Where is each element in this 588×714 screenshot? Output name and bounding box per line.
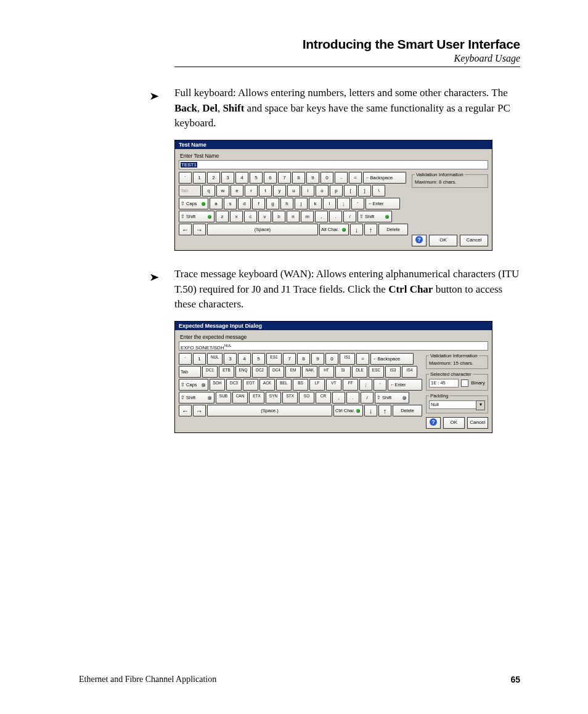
caps-key[interactable]: ⇧ Caps	[179, 198, 208, 209]
shift-key[interactable]: ⇧ Shift	[179, 211, 214, 222]
key[interactable]: DC4	[269, 366, 284, 378]
key[interactable]: k	[309, 198, 322, 209]
space-key[interactable]: (Space)	[207, 224, 318, 235]
key[interactable]: x	[230, 211, 243, 222]
key[interactable]: 0	[321, 172, 333, 184]
key[interactable]: SO	[299, 392, 314, 404]
key[interactable]: q	[202, 185, 215, 197]
key[interactable]: 5	[250, 172, 263, 184]
key[interactable]: BEL	[276, 379, 292, 391]
key[interactable]: l	[323, 198, 336, 209]
shift-key-right[interactable]: ⇧ Shift	[375, 392, 409, 404]
key[interactable]: '	[374, 379, 386, 391]
key[interactable]: DC1	[202, 366, 218, 378]
key[interactable]: ;	[359, 379, 372, 391]
key[interactable]: SYN	[266, 392, 281, 404]
shift-key[interactable]: ⇧ Shift	[179, 392, 214, 404]
key[interactable]: 9	[311, 353, 324, 365]
key[interactable]: j	[295, 198, 308, 209]
delete-key[interactable]: Delete	[393, 405, 422, 416]
key[interactable]: NAK	[302, 366, 317, 378]
key[interactable]: =	[356, 353, 369, 365]
key[interactable]: t	[259, 185, 272, 197]
key[interactable]: y	[273, 185, 286, 197]
key[interactable]: /	[361, 392, 374, 404]
backspace-key[interactable]: ←Backspace	[370, 353, 414, 365]
key[interactable]: b	[272, 211, 285, 222]
test-name-input[interactable]: TEST1	[179, 160, 488, 169]
key[interactable]: ETB	[219, 366, 234, 378]
key[interactable]: 0	[325, 353, 338, 365]
key[interactable]: i	[301, 185, 314, 197]
tab-key[interactable]: Tab	[179, 185, 201, 197]
key[interactable]: ,	[315, 211, 328, 222]
key[interactable]: DLE	[352, 366, 367, 378]
key[interactable]: s	[224, 198, 237, 209]
key[interactable]: ,	[332, 392, 345, 404]
key[interactable]: ;	[337, 198, 350, 209]
enter-key[interactable]: ←Enter	[365, 198, 400, 209]
key[interactable]: CAN	[232, 392, 248, 404]
key[interactable]: EM	[285, 366, 301, 378]
arrow-right-key[interactable]: →	[193, 224, 206, 235]
arrow-right-key[interactable]: →	[193, 405, 206, 416]
key[interactable]: '	[351, 198, 364, 209]
padding-combobox[interactable]: Null ▾	[429, 400, 485, 410]
key[interactable]: 5	[252, 353, 265, 365]
key[interactable]: d	[238, 198, 251, 209]
key[interactable]: STX	[282, 392, 298, 404]
ok-button[interactable]: OK	[429, 235, 457, 246]
key[interactable]: h	[280, 198, 293, 209]
key[interactable]: 3	[224, 353, 237, 365]
key[interactable]: =	[349, 172, 362, 184]
key[interactable]: 3	[221, 172, 234, 184]
key[interactable]: DC3	[226, 379, 242, 391]
key[interactable]: CR	[316, 392, 331, 404]
arrow-down-key[interactable]: ↓	[364, 405, 377, 416]
cancel-button[interactable]: Cancel	[460, 235, 488, 246]
key[interactable]: r	[245, 185, 258, 197]
key[interactable]: ETX	[249, 392, 264, 404]
key[interactable]: f	[252, 198, 265, 209]
key[interactable]: LF	[309, 379, 325, 391]
key[interactable]: /	[343, 211, 356, 222]
key[interactable]: w	[216, 185, 229, 197]
key[interactable]: IS4	[402, 366, 417, 378]
tab-key[interactable]: Tab	[179, 366, 201, 378]
cancel-button[interactable]: Cancel	[467, 417, 489, 429]
backspace-key[interactable]: ←Backspace	[363, 172, 406, 184]
key[interactable]: ESC	[369, 366, 384, 378]
key[interactable]: SI	[335, 366, 351, 378]
arrow-up-key[interactable]: ↑	[364, 224, 377, 235]
space-key[interactable]: (Space.)	[207, 405, 332, 416]
key[interactable]: HT	[319, 366, 334, 378]
key[interactable]: `	[179, 353, 192, 365]
key[interactable]: [	[344, 185, 357, 197]
key[interactable]: 1	[193, 353, 206, 365]
key[interactable]: SUB	[216, 392, 231, 404]
key[interactable]: a	[210, 198, 223, 209]
ctrl-char-key[interactable]: Ctrl Char.	[333, 405, 363, 416]
arrow-down-key[interactable]: ↓	[350, 224, 363, 235]
key[interactable]: \	[372, 185, 385, 197]
key[interactable]: BS	[293, 379, 308, 391]
key[interactable]: EOT	[243, 379, 258, 391]
key[interactable]: `	[179, 172, 192, 184]
arrow-up-key[interactable]: ↑	[378, 405, 391, 416]
key[interactable]: o	[316, 185, 329, 197]
key[interactable]: e	[231, 185, 243, 197]
shift-key-right[interactable]: ⇧ Shift	[357, 211, 392, 222]
arrow-left-key[interactable]: ←	[179, 224, 192, 235]
key[interactable]: SOH	[210, 379, 225, 391]
help-button[interactable]: ?	[412, 235, 427, 246]
key[interactable]: -	[335, 172, 348, 184]
key[interactable]: .	[346, 392, 359, 404]
key[interactable]: u	[287, 185, 300, 197]
key[interactable]: 8	[292, 172, 305, 184]
key[interactable]: VT	[326, 379, 341, 391]
caps-key[interactable]: ⇧ Caps	[179, 379, 208, 391]
binary-checkbox[interactable]	[461, 379, 468, 387]
expected-message-input[interactable]: EXFO SONET/SDHNUL	[179, 341, 488, 351]
key[interactable]: g	[266, 198, 279, 209]
key[interactable]: DC2	[252, 366, 267, 378]
